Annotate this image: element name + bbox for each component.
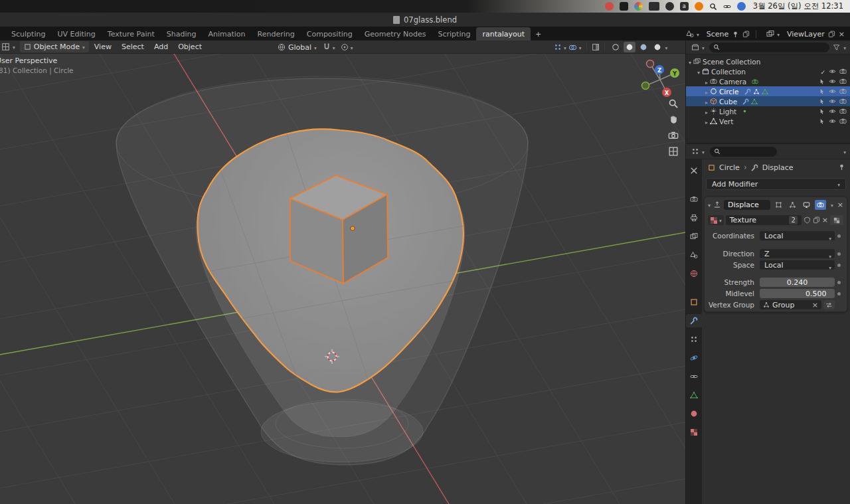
- ortho-toggle-button[interactable]: [668, 146, 679, 157]
- zoom-button[interactable]: [668, 98, 679, 109]
- tab-scripting[interactable]: Scripting: [432, 27, 477, 41]
- remove-modifier-icon[interactable]: [837, 201, 843, 209]
- panel-expand-icon[interactable]: [708, 201, 711, 209]
- pin-scene-icon[interactable]: [732, 31, 739, 38]
- disclosure-icon[interactable]: [705, 98, 708, 106]
- messages-icon[interactable]: [620, 2, 628, 11]
- screen-time-icon[interactable]: [605, 2, 614, 11]
- outliner-row-collection[interactable]: Collection: [686, 66, 850, 76]
- menu-select[interactable]: Select: [117, 42, 149, 51]
- modifier-panel-header[interactable]: Displace: [708, 199, 843, 210]
- shading-solid-button[interactable]: [624, 42, 636, 52]
- tab-object-data[interactable]: [686, 388, 702, 402]
- eye-icon[interactable]: [829, 88, 836, 95]
- tab-render[interactable]: [686, 193, 702, 206]
- disclosure-icon[interactable]: [705, 108, 708, 116]
- properties-editor-type-button[interactable]: [690, 146, 706, 157]
- proportional-editing-icon[interactable]: [341, 43, 349, 51]
- viewlayer-name[interactable]: ViewLayer: [787, 30, 825, 39]
- disclosure-icon[interactable]: [689, 58, 691, 66]
- mode-selector[interactable]: Object Mode: [20, 41, 89, 52]
- tab-output[interactable]: [686, 211, 702, 224]
- outliner-editor-type-button[interactable]: [690, 42, 706, 53]
- tab-texture[interactable]: [686, 426, 702, 439]
- midlevel-slider[interactable]: 0.500: [760, 289, 835, 298]
- tab-modeling[interactable]: Modeling: [0, 27, 5, 41]
- eye-icon[interactable]: [829, 68, 836, 75]
- tab-geometry-nodes[interactable]: Geometry Nodes: [359, 27, 432, 41]
- tab-rendering[interactable]: Rendering: [252, 27, 301, 41]
- eye-icon[interactable]: [829, 78, 836, 85]
- spotlight-icon[interactable]: [709, 3, 717, 11]
- decorator-dot[interactable]: [835, 234, 843, 238]
- coordinates-dropdown[interactable]: Local: [760, 231, 835, 240]
- tab-material[interactable]: [686, 407, 702, 420]
- selectable-icon[interactable]: [819, 88, 825, 95]
- duplicate-texture-icon[interactable]: [813, 216, 820, 224]
- tab-view-layer[interactable]: [686, 230, 702, 243]
- texture-browse-button[interactable]: [708, 215, 724, 225]
- copy-scene-icon[interactable]: [742, 31, 750, 38]
- snap-options-chevron[interactable]: [333, 43, 335, 52]
- breadcrumb-object[interactable]: Circle: [719, 163, 740, 172]
- eye-icon[interactable]: [829, 118, 836, 125]
- tab-compositing[interactable]: Compositing: [301, 27, 359, 41]
- eye-icon[interactable]: [829, 108, 836, 115]
- copy-viewlayer-icon[interactable]: [828, 31, 835, 38]
- tab-modifiers[interactable]: [686, 314, 702, 327]
- space-dropdown[interactable]: Local: [760, 260, 835, 270]
- disclosure-icon[interactable]: [705, 78, 708, 86]
- shading-options-chevron[interactable]: [665, 43, 668, 52]
- outliner-search-input[interactable]: [709, 42, 829, 52]
- user-switch-icon[interactable]: [737, 2, 746, 11]
- selectable-icon[interactable]: [819, 118, 825, 125]
- control-center-icon[interactable]: [723, 3, 731, 11]
- tab-shading[interactable]: Shading: [161, 27, 203, 41]
- decorator-dot[interactable]: [835, 252, 843, 256]
- decorator-dot[interactable]: [835, 281, 843, 284]
- tab-constraints[interactable]: [686, 370, 702, 383]
- menu-add[interactable]: Add: [149, 42, 173, 51]
- texture-name-field[interactable]: Texture 2: [726, 215, 802, 225]
- collection-checkbox[interactable]: [820, 68, 825, 76]
- play-icon[interactable]: [665, 2, 674, 11]
- camera-render-icon[interactable]: [839, 98, 847, 105]
- render-display-toggle[interactable]: [815, 200, 826, 210]
- transform-orientation-dropdown[interactable]: Global: [274, 42, 321, 53]
- invert-vertex-group-button[interactable]: [823, 300, 835, 309]
- texture-users-count[interactable]: 2: [789, 216, 797, 224]
- on-cage-toggle[interactable]: [773, 200, 784, 210]
- viewlayer-browse-button[interactable]: [762, 29, 784, 40]
- decorator-dot[interactable]: [835, 292, 843, 295]
- gizmo-axis-neg-y[interactable]: [642, 82, 649, 90]
- selectable-icon[interactable]: [819, 98, 825, 105]
- overlay-options-chevron[interactable]: [579, 43, 582, 52]
- fake-user-shield-icon[interactable]: [804, 216, 811, 224]
- disclosure-icon[interactable]: [697, 68, 700, 76]
- clear-vertex-group-icon[interactable]: [812, 301, 818, 309]
- show-overlays-icon[interactable]: [568, 43, 577, 52]
- scene-browse-button[interactable]: [682, 29, 703, 40]
- tab-tool[interactable]: [686, 164, 702, 177]
- properties-options-chevron[interactable]: [843, 147, 846, 156]
- tab-physics[interactable]: [686, 351, 702, 365]
- menubar-clock[interactable]: 3월 26일 (일) 오전 12:31: [753, 1, 843, 11]
- texture-properties-button[interactable]: [830, 215, 843, 225]
- blender-app-icon[interactable]: [695, 2, 703, 11]
- add-modifier-button[interactable]: Add Modifier: [706, 178, 846, 190]
- disclosure-icon[interactable]: [705, 88, 708, 96]
- tab-texture-paint[interactable]: Texture Paint: [102, 27, 161, 41]
- tab-object[interactable]: [686, 295, 702, 309]
- window-titlebar[interactable]: 07glass.blend: [0, 13, 850, 27]
- shading-wireframe-button[interactable]: [610, 42, 622, 52]
- xray-toggle-icon[interactable]: [592, 43, 600, 51]
- scene-name[interactable]: Scene: [707, 30, 729, 39]
- camera-render-icon[interactable]: [839, 118, 847, 125]
- input-source-icon[interactable]: a: [680, 2, 689, 11]
- filter-funnel-icon[interactable]: [833, 44, 840, 51]
- breadcrumb-modifier[interactable]: Displace: [762, 163, 794, 172]
- tab-scene[interactable]: [686, 248, 702, 262]
- selectable-icon[interactable]: [819, 78, 825, 85]
- tab-sculpting[interactable]: Sculpting: [5, 27, 51, 41]
- gizmo-axis-neg-x[interactable]: [647, 60, 654, 68]
